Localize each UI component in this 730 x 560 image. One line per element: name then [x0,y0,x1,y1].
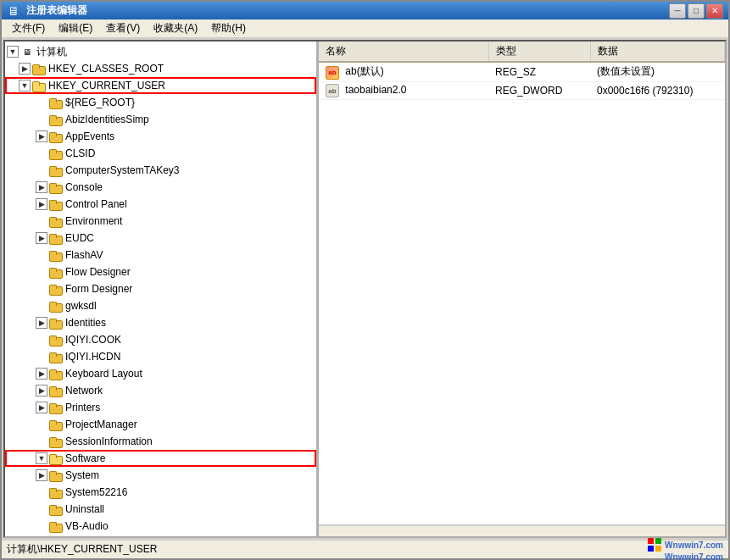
expand-eudc[interactable]: ▶ [36,232,47,244]
expand-hkcu[interactable]: ▼ [19,80,31,91]
right-scroll-area[interactable]: 名称 类型 数据 ab ab(默认) REG_SZ (数值未设置) [319,42,725,524]
menu-edit[interactable]: 编辑(E) [52,19,99,37]
tree-item-environment[interactable]: Environment [5,213,316,230]
expand-root[interactable]: ▼ [7,46,19,58]
folder-icon-printers [49,402,63,413]
tree-item-controlpanel[interactable]: ▶ Control Panel [5,196,316,213]
watermark-area: Wnwwin7.com Wnwwin7.com [647,537,723,560]
folder-icon-flashav [49,249,63,261]
label-appevents: AppEvents [65,130,114,142]
col-type: 类型 [488,42,590,62]
value-icon: ab [326,84,339,97]
cell-type-1: REG_SZ [488,62,590,81]
tree-item-system52216[interactable]: System52216 [5,484,316,501]
tree-item-printers[interactable]: ▶ Printers [5,399,316,416]
folder-icon-system [49,469,63,481]
tree-item-cstkey3[interactable]: ComputerSystemTAKey3 [5,162,316,179]
menu-file[interactable]: 文件(F) [5,19,52,37]
right-panel: 名称 类型 数据 ab ab(默认) REG_SZ (数值未设置) [319,42,725,536]
minimize-button[interactable]: ─ [669,3,686,19]
tree-item-gwksdl[interactable]: gwksdl [5,297,316,314]
label-console: Console [65,181,103,193]
cell-name-1: ab ab(默认) [319,62,488,81]
tree-item-clsid[interactable]: CLSID [5,145,316,162]
expand-keyboardlayout[interactable]: ▶ [36,368,47,380]
label-controlpanel: Control Panel [65,198,127,210]
tree-item-iqiyihcdn[interactable]: IQIYI.HCDN [5,348,316,365]
label-identities: Identities [65,317,106,329]
tree-item-eudc[interactable]: ▶ EUDC [5,230,316,247]
tree-item-keyboardlayout[interactable]: ▶ Keyboard Layout [5,365,316,382]
main-area: ▼ 🖥 计算机 ▶ HKEY_CLASSES_ROOT ▼ HKEY_CURRE… [3,40,727,538]
folder-icon-abiz [49,114,63,125]
tree-item-regroot[interactable]: ${REG_ROOT} [5,94,316,111]
menu-view[interactable]: 查看(V) [99,19,147,37]
tree-item-projectmanager[interactable]: ProjectManager [5,416,316,433]
ab-icon: ab [326,66,339,80]
tree-item-software[interactable]: ▼ Software [5,450,316,467]
label-cstkey3: ComputerSystemTAKey3 [65,164,180,176]
label-flowdesigner: Flow Designer [65,266,131,278]
tree-item-hkcu[interactable]: ▼ HKEY_CURRENT_USER [5,77,316,94]
col-data: 数据 [590,42,725,62]
expand-controlpanel[interactable]: ▶ [36,198,47,210]
label-projectmanager: ProjectManager [65,419,137,430]
tree-item-flowdesigner[interactable]: Flow Designer [5,263,316,280]
app-icon: 🖥 [7,5,20,17]
tree-item-system[interactable]: ▶ System [5,467,316,484]
label-clsid: CLSID [65,147,95,159]
expand-printers[interactable]: ▶ [36,402,47,413]
tree-item-uninstall[interactable]: Uninstall [5,501,316,518]
expand-system[interactable]: ▶ [36,469,47,481]
label-software: Software [65,452,105,464]
folder-icon-software [49,452,63,464]
tree-item-abiz[interactable]: AbizIdentitiesSimp [5,111,316,128]
folder-icon-iqiyicook [49,334,63,346]
menu-bar: 文件(F) 编辑(E) 查看(V) 收藏夹(A) 帮助(H) [2,19,728,38]
table-row[interactable]: ab ab(默认) REG_SZ (数值未设置) [319,62,725,81]
restore-button[interactable]: □ [688,3,705,19]
label-network: Network [65,385,103,396]
tree-item-console[interactable]: ▶ Console [5,179,316,196]
label-eudc: EUDC [65,232,94,244]
label-environment: Environment [65,215,122,227]
close-button[interactable]: ✕ [706,3,723,19]
tree-item-formdesigner[interactable]: Form Designer [5,280,316,297]
label-hkcr: HKEY_CLASSES_ROOT [48,63,164,75]
window-title: 注册表编辑器 [26,3,666,18]
tree-item-network[interactable]: ▶ Network [5,382,316,399]
registry-table: 名称 类型 数据 ab ab(默认) REG_SZ (数值未设置) [319,42,725,100]
folder-icon-regroot [49,97,63,108]
tree-item-identities[interactable]: ▶ Identities [5,314,316,331]
window: 🖥 注册表编辑器 ─ □ ✕ 文件(F) 编辑(E) 查看(V) 收藏夹(A) … [0,0,730,560]
expand-identities[interactable]: ▶ [36,317,47,329]
folder-icon-system52216 [49,486,63,498]
title-bar: 🖥 注册表编辑器 ─ □ ✕ [2,2,728,19]
tree-panel[interactable]: ▼ 🖥 计算机 ▶ HKEY_CLASSES_ROOT ▼ HKEY_CURRE… [5,42,319,536]
folder-icon-gwksdl [49,300,63,312]
tree-item-iqiyicook[interactable]: IQIYI.COOK [5,331,316,348]
label-sessioninfo: SessionInformation [65,435,153,447]
label-vbaudio: VB-Audio [65,520,109,532]
label-printers: Printers [65,402,100,413]
tree-item-flashav[interactable]: FlashAV [5,247,316,263]
tree-item-vbaudio[interactable]: VB-Audio [5,518,316,535]
menu-favorites[interactable]: 收藏夹(A) [147,19,204,37]
folder-icon-hkcr [32,63,46,75]
right-hscrollbar[interactable] [319,524,725,536]
label-system52216: System52216 [65,486,127,498]
expand-console[interactable]: ▶ [36,181,47,193]
tree-item-hkcr[interactable]: ▶ HKEY_CLASSES_ROOT [5,60,316,77]
tree-item-appevents[interactable]: ▶ AppEvents [5,128,316,145]
expand-network[interactable]: ▶ [36,385,47,396]
menu-help[interactable]: 帮助(H) [204,19,253,37]
expand-software[interactable]: ▼ [36,452,47,464]
tree-item-sessioninfo[interactable]: SessionInformation [5,433,316,450]
tree-root[interactable]: ▼ 🖥 计算机 [5,43,316,60]
expand-appevents[interactable]: ▶ [36,130,47,142]
status-path: 计算机\HKEY_CURRENT_USER [7,542,157,557]
table-row[interactable]: ab taobaibian2.0 REG_DWORD 0x000c16f6 (7… [319,81,725,100]
expand-hkcr[interactable]: ▶ [19,63,31,75]
folder-icon-sessioninfo [49,435,63,447]
tree-root-label: 计算机 [36,45,67,59]
